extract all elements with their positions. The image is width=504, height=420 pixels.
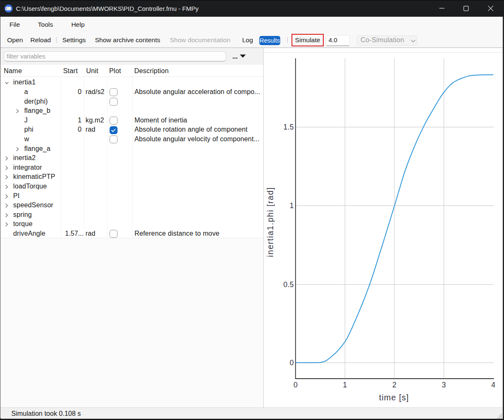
svg-text:1: 1 [290, 201, 294, 210]
svg-text:1.5: 1.5 [284, 123, 294, 131]
svg-text:3: 3 [442, 381, 446, 389]
svg-text:2: 2 [392, 381, 397, 389]
svg-text:1: 1 [343, 381, 347, 389]
svg-text:4: 4 [491, 381, 495, 389]
svg-text:inertia1.phi [rad]: inertia1.phi [rad] [266, 187, 275, 257]
svg-text:time [s]: time [s] [379, 393, 409, 402]
svg-text:0.5: 0.5 [284, 280, 294, 289]
svg-text:0: 0 [290, 359, 294, 367]
svg-text:0: 0 [294, 381, 298, 389]
